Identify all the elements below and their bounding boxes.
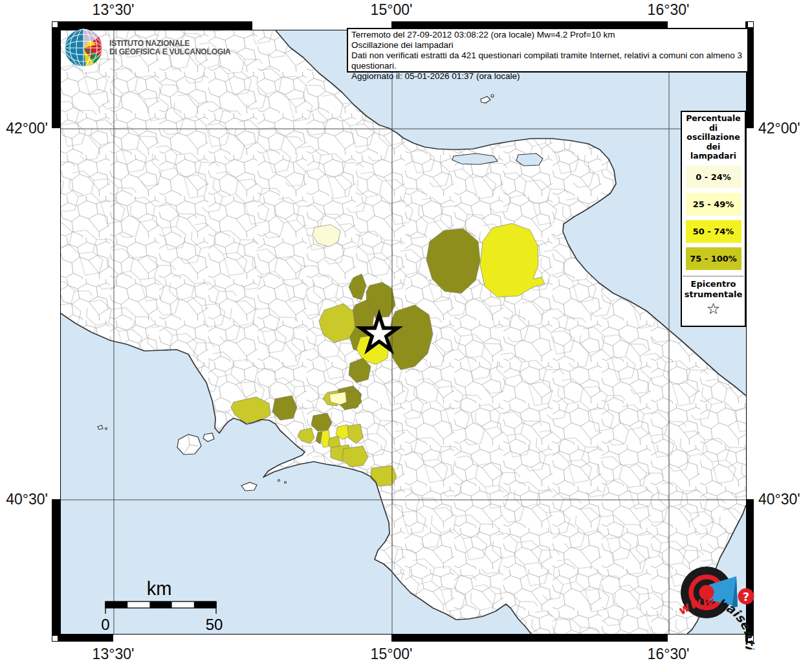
frame-corner [747,21,754,28]
scale-start-label: 0 [101,616,109,633]
scale-end-label: 50 [206,616,223,633]
ingv-globe-icon [63,27,104,69]
scale-unit-label: km [147,578,172,599]
frame-strip-left [52,21,60,642]
legend-class-label: 75 - 100% [690,254,737,264]
event-info-box: Terremoto del 27-09-2012 03:08:22 (ora l… [347,28,749,73]
legend-class-label: 50 - 74% [693,227,734,236]
axis-label-right: 42°00' [758,120,809,137]
legend: Percentuale di oscillazione dei lampadar… [681,111,746,327]
star-outline-icon: ☆ [682,301,745,317]
legend-epicenter-line: strumentale [682,289,745,300]
legend-class-label: 25 - 49% [693,199,734,209]
legend-title-line: dei [682,142,745,152]
event-updated-note: Aggiornato il: 05-01-2026 01:37 (ora loc… [351,71,744,82]
axis-label-bottom: 13°30' [84,646,142,663]
legend-title-line: Percentuale [682,114,745,124]
ingv-logo-block: ISTITUTO NAZIONALE DI GEOFISICA E VULCAN… [63,27,231,69]
legend-class-25-49: 25 - 49% [686,193,741,216]
event-question: Oscillazione dei lampadari [351,40,744,51]
legend-class-75-100: 75 - 100% [686,247,741,270]
legend-class-0-24: 0 - 24% [686,166,741,188]
frame-corner [52,635,58,642]
legend-title-line: di [682,124,745,133]
axis-label-top: 15°00' [362,1,421,19]
axis-label-top: 13°30' [84,1,142,19]
event-title: Terremoto del 27-09-2012 03:08:22 (ora l… [351,30,744,40]
legend-title-line: lampadari [682,152,745,161]
frame-corner [52,21,58,28]
question-mark: ? [743,590,749,603]
axis-label-left: 42°00' [1,120,48,137]
macroseismic-map-page: { "header": { "org_line1": "ISTITUTO NAZ… [0,0,812,663]
legend-class-label: 0 - 24% [696,172,731,182]
axis-label-right: 40°30' [758,491,809,508]
ingv-name-line2: DI GEOFISICA E VULCANOLOGIA [109,48,231,56]
ingv-name: ISTITUTO NAZIONALE DI GEOFISICA E VULCAN… [109,39,231,56]
haisentitoilterremoto-logo: ? www.haisentitoilterremoto.it [655,539,765,649]
event-data-note: Dati non verificati estratti da 421 ques… [351,51,744,71]
axis-label-left: 40°30' [1,491,48,508]
axis-label-top: 16°30' [639,1,697,19]
legend-title-line: oscillazione [682,133,745,142]
legend-epicenter-line: Epicentro [682,279,745,289]
legend-class-50-74: 50 - 74% [686,220,741,243]
legend-separator [683,276,743,276]
map-canvas: km 0 50 [60,30,747,635]
axis-label-bottom: 15°00' [362,646,421,663]
